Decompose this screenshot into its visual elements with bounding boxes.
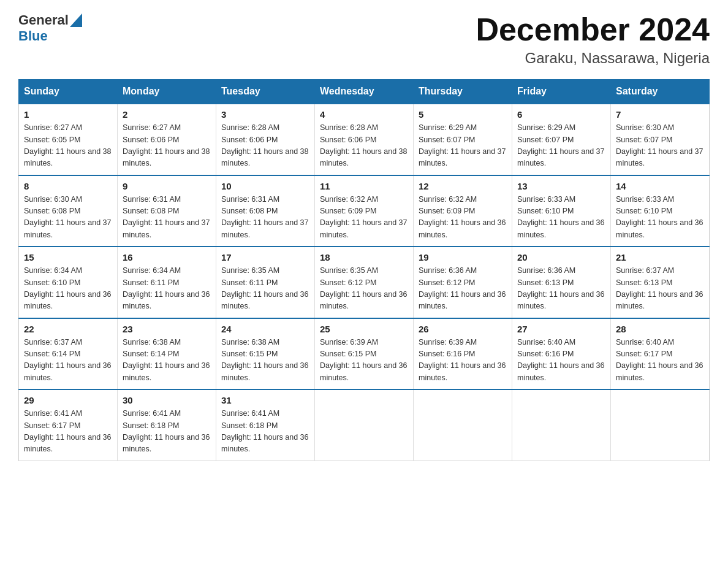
calendar-cell: 31 Sunrise: 6:41 AM Sunset: 6:18 PM Dayl… bbox=[216, 389, 315, 461]
day-number: 14 bbox=[616, 181, 704, 191]
day-info: Sunrise: 6:41 AM Sunset: 6:18 PM Dayligh… bbox=[123, 408, 211, 456]
calendar-cell: 25 Sunrise: 6:39 AM Sunset: 6:15 PM Dayl… bbox=[315, 318, 414, 390]
header-friday: Friday bbox=[512, 80, 611, 104]
calendar-cell: 19 Sunrise: 6:36 AM Sunset: 6:12 PM Dayl… bbox=[414, 247, 512, 318]
day-info: Sunrise: 6:37 AM Sunset: 6:14 PM Dayligh… bbox=[24, 337, 112, 385]
day-info: Sunrise: 6:28 AM Sunset: 6:06 PM Dayligh… bbox=[320, 122, 408, 170]
day-info: Sunrise: 6:31 AM Sunset: 6:08 PM Dayligh… bbox=[221, 194, 309, 242]
day-info: Sunrise: 6:33 AM Sunset: 6:10 PM Dayligh… bbox=[616, 194, 704, 242]
header-saturday: Saturday bbox=[611, 80, 710, 104]
calendar-week-row: 8 Sunrise: 6:30 AM Sunset: 6:08 PM Dayli… bbox=[19, 175, 710, 247]
day-number: 23 bbox=[123, 324, 211, 334]
calendar-cell bbox=[414, 389, 512, 461]
day-info: Sunrise: 6:39 AM Sunset: 6:16 PM Dayligh… bbox=[419, 337, 507, 385]
day-number: 22 bbox=[24, 324, 112, 334]
day-info: Sunrise: 6:39 AM Sunset: 6:15 PM Dayligh… bbox=[320, 337, 408, 385]
calendar-cell: 11 Sunrise: 6:32 AM Sunset: 6:09 PM Dayl… bbox=[315, 175, 414, 247]
calendar-cell: 28 Sunrise: 6:40 AM Sunset: 6:17 PM Dayl… bbox=[611, 318, 710, 390]
day-number: 12 bbox=[419, 181, 507, 191]
day-info: Sunrise: 6:27 AM Sunset: 6:05 PM Dayligh… bbox=[24, 122, 112, 170]
logo: General Blue bbox=[18, 12, 82, 44]
day-info: Sunrise: 6:41 AM Sunset: 6:17 PM Dayligh… bbox=[24, 408, 112, 456]
calendar-week-row: 22 Sunrise: 6:37 AM Sunset: 6:14 PM Dayl… bbox=[19, 318, 710, 390]
day-info: Sunrise: 6:36 AM Sunset: 6:13 PM Dayligh… bbox=[517, 265, 605, 313]
day-info: Sunrise: 6:30 AM Sunset: 6:07 PM Dayligh… bbox=[616, 122, 704, 170]
calendar-subtitle: Garaku, Nassarawa, Nigeria bbox=[476, 50, 710, 67]
day-number: 20 bbox=[517, 252, 605, 262]
day-number: 5 bbox=[419, 109, 507, 120]
calendar-cell: 3 Sunrise: 6:28 AM Sunset: 6:06 PM Dayli… bbox=[216, 104, 315, 175]
day-info: Sunrise: 6:33 AM Sunset: 6:10 PM Dayligh… bbox=[517, 194, 605, 242]
day-number: 8 bbox=[24, 181, 112, 191]
calendar-cell: 23 Sunrise: 6:38 AM Sunset: 6:14 PM Dayl… bbox=[118, 318, 216, 390]
calendar-cell: 15 Sunrise: 6:34 AM Sunset: 6:10 PM Dayl… bbox=[19, 247, 118, 318]
svg-marker-0 bbox=[70, 13, 82, 27]
day-info: Sunrise: 6:32 AM Sunset: 6:09 PM Dayligh… bbox=[320, 194, 408, 242]
day-info: Sunrise: 6:32 AM Sunset: 6:09 PM Dayligh… bbox=[419, 194, 507, 242]
title-block: December 2024 Garaku, Nassarawa, Nigeria bbox=[476, 12, 710, 67]
day-info: Sunrise: 6:37 AM Sunset: 6:13 PM Dayligh… bbox=[616, 265, 704, 313]
day-number: 18 bbox=[320, 252, 408, 262]
calendar-cell bbox=[512, 389, 611, 461]
day-info: Sunrise: 6:29 AM Sunset: 6:07 PM Dayligh… bbox=[419, 122, 507, 170]
day-info: Sunrise: 6:29 AM Sunset: 6:07 PM Dayligh… bbox=[517, 122, 605, 170]
day-number: 31 bbox=[221, 395, 309, 405]
calendar-cell: 2 Sunrise: 6:27 AM Sunset: 6:06 PM Dayli… bbox=[118, 104, 216, 175]
calendar-cell: 16 Sunrise: 6:34 AM Sunset: 6:11 PM Dayl… bbox=[118, 247, 216, 318]
day-info: Sunrise: 6:40 AM Sunset: 6:17 PM Dayligh… bbox=[616, 337, 704, 385]
calendar-cell: 5 Sunrise: 6:29 AM Sunset: 6:07 PM Dayli… bbox=[414, 104, 512, 175]
day-number: 13 bbox=[517, 181, 605, 191]
header-sunday: Sunday bbox=[19, 80, 118, 104]
page-header: General Blue December 2024 Garaku, Nassa… bbox=[18, 12, 710, 67]
day-number: 15 bbox=[24, 252, 112, 262]
calendar-cell: 1 Sunrise: 6:27 AM Sunset: 6:05 PM Dayli… bbox=[19, 104, 118, 175]
day-number: 16 bbox=[123, 252, 211, 262]
day-number: 27 bbox=[517, 324, 605, 334]
header-thursday: Thursday bbox=[414, 80, 512, 104]
calendar-cell: 29 Sunrise: 6:41 AM Sunset: 6:17 PM Dayl… bbox=[19, 389, 118, 461]
day-info: Sunrise: 6:34 AM Sunset: 6:10 PM Dayligh… bbox=[24, 265, 112, 313]
day-number: 9 bbox=[123, 181, 211, 191]
day-number: 1 bbox=[24, 109, 112, 120]
header-tuesday: Tuesday bbox=[216, 80, 315, 104]
day-info: Sunrise: 6:35 AM Sunset: 6:12 PM Dayligh… bbox=[320, 265, 408, 313]
calendar-cell: 12 Sunrise: 6:32 AM Sunset: 6:09 PM Dayl… bbox=[414, 175, 512, 247]
day-info: Sunrise: 6:34 AM Sunset: 6:11 PM Dayligh… bbox=[123, 265, 211, 313]
calendar-cell: 30 Sunrise: 6:41 AM Sunset: 6:18 PM Dayl… bbox=[118, 389, 216, 461]
day-number: 30 bbox=[123, 395, 211, 405]
calendar-cell: 14 Sunrise: 6:33 AM Sunset: 6:10 PM Dayl… bbox=[611, 175, 710, 247]
calendar-cell: 18 Sunrise: 6:35 AM Sunset: 6:12 PM Dayl… bbox=[315, 247, 414, 318]
calendar-cell: 4 Sunrise: 6:28 AM Sunset: 6:06 PM Dayli… bbox=[315, 104, 414, 175]
calendar-cell: 27 Sunrise: 6:40 AM Sunset: 6:16 PM Dayl… bbox=[512, 318, 611, 390]
calendar-cell bbox=[611, 389, 710, 461]
calendar-cell: 22 Sunrise: 6:37 AM Sunset: 6:14 PM Dayl… bbox=[19, 318, 118, 390]
day-info: Sunrise: 6:27 AM Sunset: 6:06 PM Dayligh… bbox=[123, 122, 211, 170]
header-wednesday: Wednesday bbox=[315, 80, 414, 104]
calendar-week-row: 15 Sunrise: 6:34 AM Sunset: 6:10 PM Dayl… bbox=[19, 247, 710, 318]
calendar-cell: 8 Sunrise: 6:30 AM Sunset: 6:08 PM Dayli… bbox=[19, 175, 118, 247]
calendar-cell: 9 Sunrise: 6:31 AM Sunset: 6:08 PM Dayli… bbox=[118, 175, 216, 247]
calendar-cell: 17 Sunrise: 6:35 AM Sunset: 6:11 PM Dayl… bbox=[216, 247, 315, 318]
calendar-week-row: 29 Sunrise: 6:41 AM Sunset: 6:17 PM Dayl… bbox=[19, 389, 710, 461]
day-number: 2 bbox=[123, 109, 211, 120]
calendar-header-row: SundayMondayTuesdayWednesdayThursdayFrid… bbox=[19, 80, 710, 104]
day-number: 24 bbox=[221, 324, 309, 334]
day-number: 21 bbox=[616, 252, 704, 262]
day-number: 6 bbox=[517, 109, 605, 120]
day-number: 3 bbox=[221, 109, 309, 120]
day-number: 25 bbox=[320, 324, 408, 334]
calendar-cell: 10 Sunrise: 6:31 AM Sunset: 6:08 PM Dayl… bbox=[216, 175, 315, 247]
day-info: Sunrise: 6:30 AM Sunset: 6:08 PM Dayligh… bbox=[24, 194, 112, 242]
day-info: Sunrise: 6:31 AM Sunset: 6:08 PM Dayligh… bbox=[123, 194, 211, 242]
day-number: 26 bbox=[419, 324, 507, 334]
day-number: 29 bbox=[24, 395, 112, 405]
day-info: Sunrise: 6:28 AM Sunset: 6:06 PM Dayligh… bbox=[221, 122, 309, 170]
calendar-cell: 26 Sunrise: 6:39 AM Sunset: 6:16 PM Dayl… bbox=[414, 318, 512, 390]
logo-triangle-icon bbox=[70, 13, 82, 27]
day-number: 11 bbox=[320, 181, 408, 191]
logo-blue-text: Blue bbox=[18, 28, 48, 44]
day-info: Sunrise: 6:36 AM Sunset: 6:12 PM Dayligh… bbox=[419, 265, 507, 313]
day-info: Sunrise: 6:40 AM Sunset: 6:16 PM Dayligh… bbox=[517, 337, 605, 385]
day-number: 10 bbox=[221, 181, 309, 191]
day-number: 4 bbox=[320, 109, 408, 120]
